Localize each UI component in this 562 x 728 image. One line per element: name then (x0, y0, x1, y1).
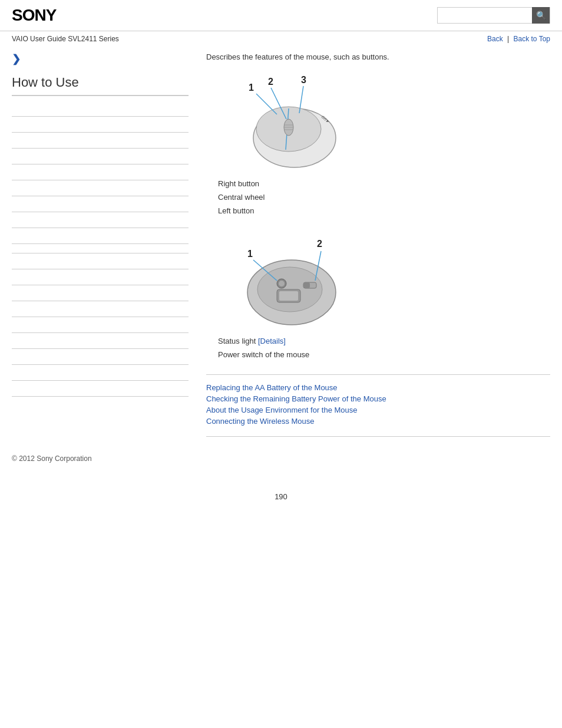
related-link-2[interactable]: Checking the Remaining Battery Power of … (206, 394, 550, 403)
list-item[interactable] (12, 101, 189, 117)
sidebar-link[interactable] (12, 200, 189, 208)
nav-bar: VAIO User Guide SVL2411 Series Back | Ba… (0, 31, 562, 47)
label-left-button: Left button (218, 205, 550, 216)
mouse-top-svg: 1 2 3 on▾ (218, 73, 348, 173)
related-link-3[interactable]: About the Usage Environment for the Mous… (206, 406, 550, 414)
description-text: Describes the features of the mouse, suc… (206, 52, 550, 61)
sidebar-link[interactable] (12, 120, 189, 129)
list-item[interactable] (12, 285, 189, 301)
sidebar-link[interactable] (12, 305, 189, 313)
list-item[interactable] (12, 149, 189, 164)
sidebar-link[interactable] (12, 289, 189, 297)
svg-text:1: 1 (247, 249, 253, 259)
header: SONY 🔍 (0, 0, 562, 31)
top-view-labels: Right button Central wheel Left button (218, 178, 550, 216)
related-link-4[interactable]: Connecting the Wireless Mouse (206, 417, 550, 426)
sony-logo: SONY (12, 6, 56, 25)
search-button[interactable]: 🔍 (532, 7, 550, 24)
nav-separator: | (507, 35, 509, 43)
label-right-button: Right button (218, 178, 550, 189)
status-light-text: Status light (218, 337, 256, 345)
details-link[interactable]: [Details] (258, 337, 286, 345)
mouse-bottom-view-image: 1 2 (218, 230, 550, 331)
guide-title: VAIO User Guide SVL2411 Series (12, 35, 119, 43)
back-to-top-link[interactable]: Back to Top (514, 35, 550, 43)
sidebar-link[interactable] (12, 321, 189, 329)
sidebar-link[interactable] (12, 168, 189, 176)
related-links: Replacing the AA Battery of the Mouse Ch… (206, 374, 550, 437)
sidebar-link[interactable] (12, 136, 189, 144)
list-item[interactable] (12, 349, 189, 365)
label-status-light: Status light [Details] (218, 335, 550, 347)
list-item[interactable] (12, 212, 189, 228)
svg-text:3: 3 (301, 75, 306, 85)
sidebar-link[interactable] (12, 353, 189, 361)
svg-line-7 (256, 94, 277, 114)
sidebar-link[interactable] (12, 273, 189, 281)
nav-links: Back | Back to Top (487, 35, 550, 43)
search-input[interactable] (438, 8, 532, 23)
main-content: Describes the features of the mouse, suc… (200, 52, 550, 443)
svg-text:2: 2 (268, 77, 273, 87)
list-item[interactable] (12, 253, 189, 269)
sidebar-links (12, 101, 189, 397)
back-link[interactable]: Back (487, 35, 503, 43)
svg-rect-19 (279, 291, 298, 301)
list-item-spacer (12, 244, 189, 253)
list-item[interactable] (12, 180, 189, 196)
list-item[interactable] (12, 301, 189, 317)
svg-rect-21 (303, 282, 310, 288)
list-item[interactable] (12, 317, 189, 333)
sidebar-link[interactable] (12, 368, 189, 377)
sidebar-link[interactable] (12, 184, 189, 192)
bottom-view-labels: Status light [Details] Power switch of t… (218, 335, 550, 360)
sidebar-link[interactable] (12, 216, 189, 224)
list-item[interactable] (12, 196, 189, 212)
search-icon: 🔍 (536, 11, 546, 20)
sidebar-link[interactable] (12, 257, 189, 265)
label-central-wheel: Central wheel (218, 192, 550, 203)
page-number: 190 (0, 492, 562, 513)
list-item[interactable] (12, 269, 189, 285)
list-item[interactable] (12, 117, 189, 133)
list-item[interactable] (12, 228, 189, 244)
search-box: 🔍 (437, 7, 550, 24)
bottom-view-diagram: 1 2 Status light [Details] Power switch … (206, 230, 550, 360)
sidebar-link[interactable] (12, 232, 189, 240)
related-link-1[interactable]: Replacing the AA Battery of the Mouse (206, 383, 550, 392)
svg-text:2: 2 (317, 239, 322, 249)
sidebar-section-title: How to Use (12, 75, 189, 96)
label-power-switch: Power switch of the mouse (218, 349, 550, 360)
sidebar: ❯ How to Use (12, 52, 189, 443)
list-item[interactable] (12, 164, 189, 180)
list-item[interactable] (12, 365, 189, 381)
breadcrumb-arrow[interactable]: ❯ (12, 52, 189, 65)
svg-point-17 (279, 281, 285, 286)
list-item[interactable] (12, 133, 189, 149)
sidebar-link[interactable] (12, 152, 189, 160)
sidebar-link[interactable] (12, 104, 189, 113)
mouse-top-view-image: 1 2 3 on▾ (218, 73, 550, 173)
list-item[interactable] (12, 333, 189, 349)
list-item[interactable] (12, 381, 189, 397)
svg-text:1: 1 (249, 83, 254, 93)
footer: © 2012 Sony Corporation (0, 443, 562, 475)
top-view-diagram: 1 2 3 on▾ Right button Central wheel (206, 73, 550, 216)
content-wrapper: ❯ How to Use Describe (0, 52, 562, 443)
sidebar-link[interactable] (12, 384, 189, 393)
sidebar-link[interactable] (12, 337, 189, 345)
mouse-bottom-svg: 1 2 (218, 230, 348, 331)
copyright-text: © 2012 Sony Corporation (12, 454, 92, 463)
